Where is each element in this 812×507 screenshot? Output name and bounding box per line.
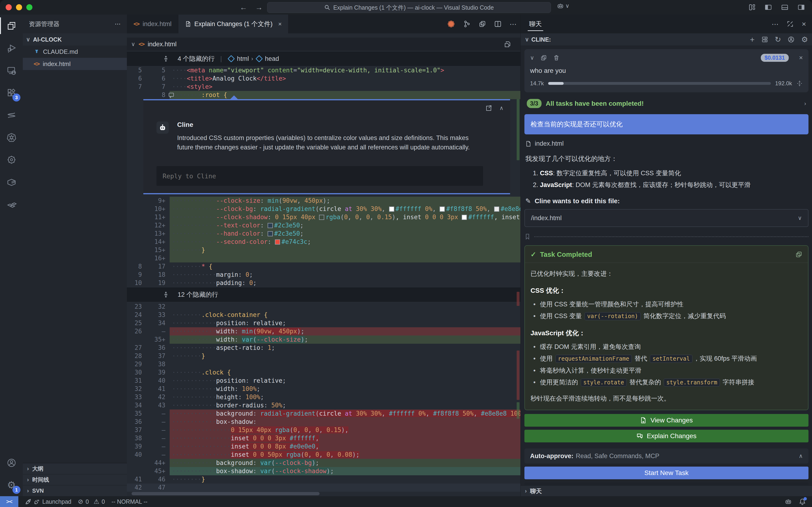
- code-line[interactable]: 918············margin: 0;: [127, 271, 520, 279]
- code-line[interactable]: 35+············width: var(--clock-size);: [127, 336, 520, 344]
- code-lines-bottom[interactable]: 23322433········.clock-container {2534··…: [127, 302, 520, 492]
- code-line[interactable]: 9+············--clock-size: min(90vw, 45…: [127, 196, 520, 205]
- new-task-icon[interactable]: +: [750, 35, 755, 44]
- tab-index-html[interactable]: <> index.html: [127, 14, 178, 33]
- section-svn[interactable]: › SVN: [23, 485, 127, 496]
- command-center-search[interactable]: Explain Changes (1 个文件) — ai-clock — Vis…: [267, 2, 551, 13]
- diff-file-header[interactable]: ∨ <> index.html: [127, 38, 520, 51]
- copilot-status-icon[interactable]: [785, 498, 792, 505]
- hidden-lines-bar-top[interactable]: 4 个隐藏的行 | html › head: [127, 51, 520, 66]
- close-window-button[interactable]: [6, 4, 12, 10]
- activity-run-debug[interactable]: [0, 37, 23, 59]
- delete-task-icon[interactable]: [553, 55, 560, 61]
- checkpoint-divider[interactable]: [524, 233, 808, 240]
- breadcrumb[interactable]: html › head: [228, 55, 279, 62]
- diff-editor[interactable]: ∨ <> index.html 4 个隐藏的行 | html › head 55…: [127, 33, 520, 496]
- collapse-widget-icon[interactable]: ∧: [499, 105, 504, 111]
- explain-changes-button[interactable]: Explain Changes: [524, 430, 808, 442]
- code-line[interactable]: 1019············padding: 0;: [127, 279, 520, 287]
- more-actions-icon[interactable]: ⋯: [510, 20, 517, 28]
- open-changes-icon[interactable]: [479, 20, 486, 28]
- compact-context-icon[interactable]: [796, 80, 803, 87]
- copy-icon[interactable]: [795, 251, 802, 258]
- code-line[interactable]: 38–················inset 0 0 0 3px #ffff…: [127, 434, 520, 442]
- tab-chat[interactable]: 聊天: [528, 16, 543, 32]
- start-new-task-button[interactable]: Start New Task: [524, 466, 808, 479]
- notifications-bell-icon[interactable]: [799, 498, 806, 505]
- file-index-html[interactable]: <> index.html: [23, 58, 127, 70]
- code-line[interactable]: 39–················inset 0 0 0 8px #e0e0…: [127, 442, 520, 451]
- panel-more-icon[interactable]: ⋯: [771, 20, 778, 28]
- code-line[interactable]: 2534············position: relative;: [127, 319, 520, 327]
- maximize-window-button[interactable]: [26, 4, 33, 10]
- code-line[interactable]: 4146········}: [127, 475, 520, 484]
- code-line[interactable]: 16+: [127, 254, 520, 263]
- vim-mode-indicator[interactable]: -- NORMAL --: [111, 498, 147, 505]
- remote-indicator[interactable]: ><: [0, 496, 18, 507]
- code-line[interactable]: 44+············background: var(--clock-b…: [127, 459, 520, 467]
- account-icon[interactable]: [788, 36, 795, 43]
- code-line[interactable]: 3039········.clock {: [127, 369, 520, 377]
- activity-remote-explorer[interactable]: [0, 59, 23, 81]
- activity-s-extension[interactable]: [0, 104, 23, 126]
- accounts-button[interactable]: [0, 452, 23, 474]
- close-tab-icon[interactable]: ×: [278, 20, 282, 28]
- code-line[interactable]: 77····<style>: [127, 83, 520, 91]
- tasks-completed-row[interactable]: 3/3 All tasks have been completed! ›: [524, 97, 808, 110]
- toggle-secondary-sidebar-icon[interactable]: [798, 4, 805, 11]
- settings-button[interactable]: ⚙ 1: [0, 474, 23, 496]
- edit-file-dropdown[interactable]: /index.html ∨: [524, 209, 808, 227]
- maximize-panel-icon[interactable]: [787, 20, 794, 27]
- code-line[interactable]: 37–················0 15px 40px rgba(0, 0…: [127, 426, 520, 434]
- activity-extensions[interactable]: 3: [0, 81, 23, 104]
- code-line[interactable]: 3241············width: 100%;: [127, 385, 520, 393]
- settings-icon[interactable]: ⚙: [801, 35, 808, 44]
- close-task-icon[interactable]: ×: [799, 54, 803, 62]
- code-line[interactable]: 15+········}: [127, 246, 520, 254]
- history-icon[interactable]: ↻: [775, 35, 781, 44]
- copilot-menu[interactable]: ∨: [557, 2, 570, 9]
- cline-section-header[interactable]: ∨ CLINE: + ↻ ⚙: [521, 33, 812, 46]
- reply-input[interactable]: [157, 166, 483, 186]
- code-line[interactable]: 10+············--clock-bg: radial-gradie…: [127, 205, 520, 213]
- code-line[interactable]: 45+············box-shadow: var(--clock-s…: [127, 467, 520, 475]
- code-line[interactable]: 36–············box-shadow:: [127, 418, 520, 426]
- close-panel-icon[interactable]: ×: [802, 20, 806, 29]
- code-line[interactable]: 817········* {: [127, 263, 520, 271]
- copy-file-icon[interactable]: [504, 41, 511, 48]
- chat-footer-section[interactable]: › 聊天: [521, 486, 812, 496]
- code-line[interactable]: 35–············background: radial-gradie…: [127, 409, 520, 418]
- file-claude-md[interactable]: CLAUDE.md: [23, 46, 127, 58]
- code-line[interactable]: 4247: [127, 484, 520, 492]
- hidden-lines-bar-mid[interactable]: 12 个隐藏的行: [127, 287, 520, 302]
- code-line[interactable]: 8········:root {: [127, 91, 520, 99]
- comment-bubble-icon[interactable]: [168, 92, 174, 98]
- view-changes-button[interactable]: View Changes: [524, 414, 808, 427]
- section-timeline[interactable]: › 时间线: [23, 474, 127, 485]
- open-in-editor-icon[interactable]: [485, 105, 492, 112]
- auto-approve-bar[interactable]: Auto-approve: Read, Safe Commands, MCP ∧: [524, 449, 808, 463]
- code-line[interactable]: 3443············border-radius: 50%;: [127, 401, 520, 409]
- collapse-task-icon[interactable]: ∨: [530, 55, 534, 61]
- tab-explain-changes[interactable]: Explain Changes (1 个文件) ×: [178, 14, 289, 33]
- chat-scroll-area[interactable]: ∨ $0.0131 × who are you 14.7k 192.0k 3/3…: [521, 46, 812, 496]
- project-root[interactable]: ∨ AI-CLOCK: [23, 33, 127, 46]
- launchpad-item[interactable]: Launchpad: [25, 498, 71, 505]
- user-message[interactable]: 检查当前的实现是否还可以优化: [524, 114, 808, 134]
- code-line[interactable]: 2938: [127, 360, 520, 369]
- code-line[interactable]: 55····<meta name="viewport" content="wid…: [127, 66, 520, 74]
- code-line[interactable]: 14+············--second-color: #e74c3c;: [127, 238, 520, 246]
- claude-starburst-icon[interactable]: [447, 20, 455, 28]
- code-line[interactable]: 2332: [127, 302, 520, 311]
- code-line[interactable]: 66····<title>Analog Clock</title>: [127, 74, 520, 83]
- code-lines-top[interactable]: 55····<meta name="viewport" content="wid…: [127, 66, 520, 99]
- activity-kubernetes[interactable]: [0, 126, 23, 149]
- code-line[interactable]: 3140············position: relative;: [127, 377, 520, 385]
- toggle-primary-sidebar-icon[interactable]: [764, 4, 772, 11]
- code-line[interactable]: 26–············width: min(90vw, 450px);: [127, 327, 520, 336]
- code-line[interactable]: 13+············--hand-color: #2c3e50;: [127, 230, 520, 238]
- activity-explorer[interactable]: [0, 14, 23, 37]
- code-line[interactable]: 2433········.clock-container {: [127, 311, 520, 319]
- source-control-graph-icon[interactable]: [463, 20, 471, 28]
- code-line[interactable]: 12+············--text-color: #2c3e50;: [127, 221, 520, 230]
